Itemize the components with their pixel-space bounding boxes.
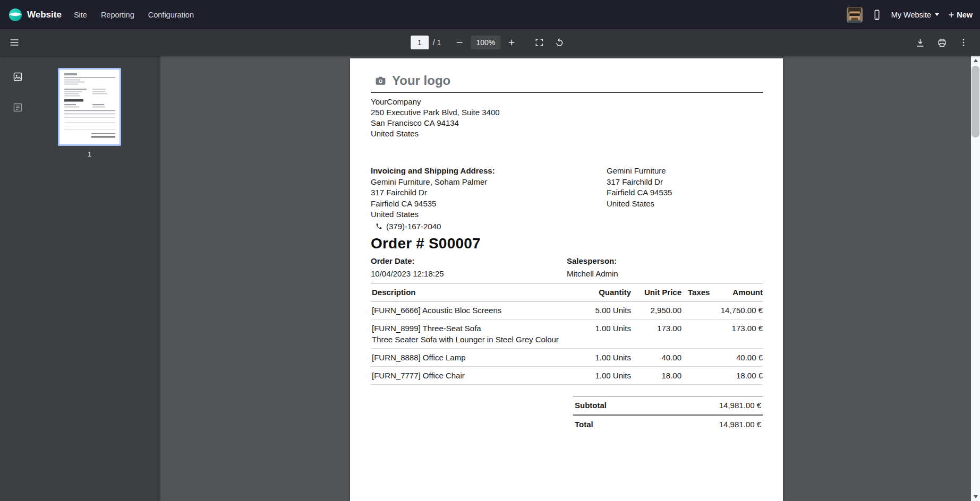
total-label: Total (575, 420, 593, 429)
table-row: [FURN_6666] Acoustic Bloc Screens 5.00 U… (371, 301, 763, 319)
salesperson-block: Salesperson: Mitchell Admin (567, 256, 763, 279)
order-title: Order # S00007 (371, 235, 763, 252)
header-quantity: Quantity (583, 283, 631, 301)
logo-placeholder-text: Your logo (392, 73, 450, 88)
cell-quantity: 1.00 Units (583, 366, 631, 384)
new-button-label: New (957, 11, 973, 19)
nav-item-configuration[interactable]: Configuration (141, 6, 201, 24)
shipping-address-block: Gemini Furniture 317 Fairchild Dr Fairfi… (607, 166, 672, 232)
shipping-line: Fairfield CA 94535 (607, 187, 672, 198)
salesperson-value: Mitchell Admin (567, 269, 763, 279)
order-info-row: Order Date: 10/04/2023 12:18:25 Salesper… (371, 256, 763, 279)
top-nav-menu: Site Reporting Configuration (67, 6, 201, 24)
phone-row: (379)-167-2040 (371, 221, 607, 232)
subtotal-value: 14,981.00 € (719, 401, 761, 410)
page-number-input[interactable] (411, 36, 429, 49)
invoicing-line: Fairfield CA 94535 (371, 198, 607, 210)
header-description: Description (371, 283, 583, 301)
order-date-block: Order Date: 10/04/2023 12:18:25 (371, 256, 567, 279)
fit-to-page-icon (534, 38, 544, 47)
table-row: [FURN_8888] Office Lamp 1.00 Units 40.00… (371, 348, 763, 366)
print-icon (937, 38, 947, 48)
zoom-level[interactable]: 100% (471, 36, 500, 49)
kebab-menu-icon (959, 38, 968, 47)
cell-amount: 40.00 € (712, 348, 763, 366)
totals-block: Subtotal 14,981.00 € Total 14,981.00 € (573, 396, 763, 433)
total-value: 14,981.00 € (719, 420, 761, 429)
pdf-viewport: Your logo YourCompany 250 Executive Park… (160, 56, 971, 501)
thumbnail-preview (59, 70, 120, 144)
page-thumbnail[interactable] (58, 68, 121, 146)
shipping-line: United States (607, 198, 672, 210)
camera-icon (374, 75, 387, 87)
subtotal-row: Subtotal 14,981.00 € (573, 396, 763, 414)
scrollbar-down-arrow[interactable] (971, 492, 980, 501)
cell-taxes (681, 301, 712, 319)
more-options-button[interactable] (953, 32, 974, 53)
order-date-value: 10/04/2023 12:18:25 (371, 269, 567, 279)
chevron-down-icon (935, 13, 939, 16)
plus-icon (507, 38, 516, 47)
subtotal-label: Subtotal (575, 401, 607, 410)
shipping-line: Gemini Furniture (607, 166, 672, 177)
invoicing-line: United States (371, 209, 607, 220)
total-row: Total 14,981.00 € (573, 414, 763, 433)
invoicing-line: 317 Fairchild Dr (371, 187, 607, 198)
table-header: Description Quantity Unit Price Taxes Am… (371, 283, 763, 301)
fit-to-page-button[interactable] (529, 32, 549, 53)
cell-unit-price: 173.00 (631, 319, 681, 348)
phone-icon (376, 223, 382, 230)
cell-quantity: 1.00 Units (583, 348, 631, 366)
minus-icon (455, 38, 464, 47)
company-name: YourCompany (371, 97, 763, 107)
download-button[interactable] (910, 32, 930, 53)
top-nav-right: My Website New (847, 7, 976, 23)
outline-view-button[interactable] (7, 97, 28, 117)
scrollbar-thumb[interactable] (972, 66, 979, 137)
pdf-toolbar-right (910, 32, 976, 53)
product-name: [FURN_8999] Three-Seat Sofa (372, 323, 583, 333)
cell-description: [FURN_6666] Acoustic Bloc Screens (371, 301, 583, 319)
mobile-preview-icon[interactable] (871, 9, 883, 21)
avatar[interactable] (847, 7, 863, 23)
nav-item-site[interactable]: Site (67, 6, 94, 24)
shipping-line: 317 Fairchild Dr (607, 177, 672, 188)
zoom-out-button[interactable] (449, 32, 470, 53)
zoom-in-button[interactable] (501, 32, 522, 53)
thumbnail-page-number: 1 (58, 150, 121, 158)
invoicing-shipping-label: Invoicing and Shipping Address: (371, 166, 607, 177)
invoicing-line: Gemini Furniture, Soham Palmer (371, 177, 607, 188)
print-button[interactable] (932, 32, 952, 53)
website-app-menu[interactable]: Website (7, 8, 67, 22)
cell-unit-price: 18.00 (631, 366, 681, 384)
cell-taxes (681, 319, 712, 348)
rotate-button[interactable] (549, 32, 569, 53)
app-name: Website (27, 10, 62, 20)
download-icon (915, 38, 925, 48)
pdf-toolbar: / 1 100% (0, 29, 980, 56)
nav-item-reporting[interactable]: Reporting (94, 6, 141, 24)
thumbnails-view-button[interactable] (7, 66, 28, 87)
product-sub-description: Three Seater Sofa with Lounger in Steel … (372, 334, 583, 344)
cell-description: [FURN_7777] Office Chair (371, 366, 583, 384)
menu-button[interactable] (4, 32, 24, 53)
company-street: 250 Executive Park Blvd, Suite 3400 (371, 107, 763, 118)
company-address-block: YourCompany 250 Executive Park Blvd, Sui… (371, 97, 763, 139)
company-city: San Francisco CA 94134 (371, 118, 763, 128)
header-divider (371, 92, 763, 93)
cell-quantity: 1.00 Units (583, 319, 631, 348)
odoo-website-logo-icon (8, 8, 22, 22)
cell-taxes (681, 366, 712, 384)
cell-quantity: 5.00 Units (583, 301, 631, 319)
sidebar-view-rail (0, 56, 35, 501)
new-content-button[interactable]: New (948, 11, 973, 19)
scrollbar-up-arrow[interactable] (971, 56, 980, 65)
cell-description: [FURN_8999] Three-Seat Sofa Three Seater… (371, 319, 583, 348)
pdf-viewer: 1 Your logo YourCompany 250 Executive Pa… (0, 56, 980, 501)
document-outline-icon (12, 102, 23, 113)
thumbnail-panel: 1 (35, 56, 160, 501)
addresses-row: Invoicing and Shipping Address: Gemini F… (371, 166, 763, 232)
plus-icon (948, 11, 955, 19)
website-switcher[interactable]: My Website (891, 11, 939, 19)
scrollbar[interactable] (971, 56, 980, 501)
